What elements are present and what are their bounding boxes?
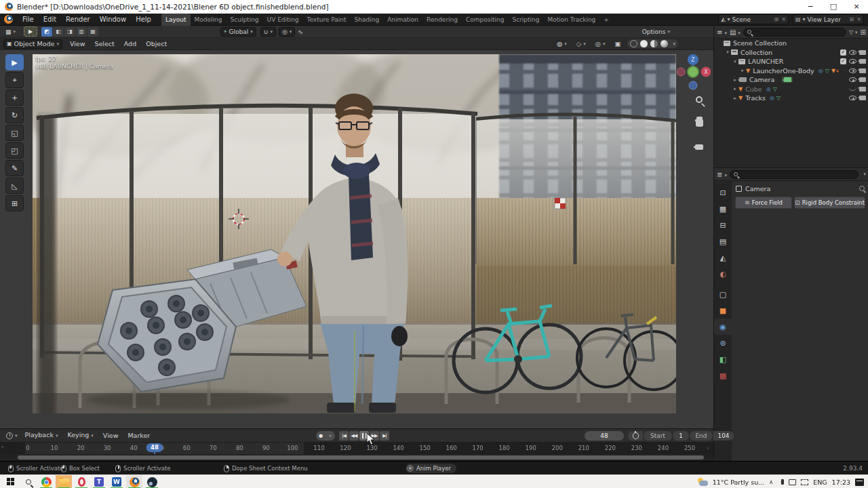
transform-orientation-dropdown[interactable]: ⌖ Global▾ bbox=[220, 27, 256, 37]
timeline-expand-arrow[interactable]: › bbox=[1, 444, 3, 450]
proportional-edit-button[interactable]: ◎▾ bbox=[279, 27, 295, 37]
taskbar-chrome-button[interactable] bbox=[38, 475, 54, 488]
disclosure-icon[interactable]: ▸ bbox=[739, 68, 746, 73]
shading-dropdown-icon[interactable]: ▾ bbox=[673, 41, 675, 47]
minimize-button[interactable]: − bbox=[799, 0, 822, 14]
anim-player-badge[interactable]: × Anim Player bbox=[406, 464, 456, 473]
outliner-row-cube[interactable]: ▸▼Cube◎▽ bbox=[714, 85, 868, 94]
viewport-menu-object[interactable]: Object bbox=[141, 38, 172, 50]
overlays-dropdown[interactable]: ◎▾ bbox=[593, 39, 608, 49]
disable-render-camera-icon[interactable] bbox=[859, 96, 866, 100]
force-field-button[interactable]: ≋ Force Field bbox=[735, 197, 792, 209]
cast-icon[interactable] bbox=[789, 479, 796, 485]
disable-render-camera-icon[interactable] bbox=[859, 87, 866, 92]
workspace-tab-motion-tracking[interactable]: Motion Tracking bbox=[543, 14, 599, 26]
taskbar-steam-button[interactable] bbox=[144, 475, 160, 488]
snap-toggle-button[interactable]: ∪▾ bbox=[260, 27, 276, 37]
blender-menu-icon[interactable] bbox=[4, 15, 13, 24]
outliner-editor-icon[interactable]: ≡▾ bbox=[717, 28, 727, 36]
outliner-item-label[interactable]: LauncherOne-Body bbox=[753, 67, 814, 75]
breadcrumb-object-name[interactable]: Camera bbox=[745, 185, 770, 192]
taskbar-start-button[interactable] bbox=[3, 475, 19, 488]
properties-editor-icon[interactable]: ≣▾ bbox=[717, 171, 727, 178]
move-tool-button[interactable]: + bbox=[5, 89, 24, 106]
view-layer-selector[interactable]: ▤ ▾ View Layer ⊞ × bbox=[793, 14, 864, 24]
add-workspace-button[interactable]: + bbox=[599, 14, 613, 26]
xray-toggle[interactable]: ▣ bbox=[612, 39, 624, 49]
timeline-menu-marker[interactable]: Marker bbox=[123, 430, 155, 442]
disclosure-icon[interactable]: ▾ bbox=[724, 49, 731, 55]
current-frame-indicator[interactable]: 48 bbox=[146, 443, 163, 452]
taskbar-teams-button[interactable]: T bbox=[91, 475, 107, 488]
cursor-tool-button[interactable]: ⌖ bbox=[5, 72, 24, 88]
jump-to-end-button[interactable]: ▶| bbox=[380, 431, 389, 441]
timeline-editor-icon[interactable]: ▾ bbox=[3, 431, 20, 441]
falloff-button[interactable]: ∿ bbox=[295, 27, 306, 37]
pan-hand-icon[interactable] bbox=[692, 115, 707, 130]
shading-wireframe-button[interactable] bbox=[630, 40, 637, 47]
properties-tab-world[interactable]: ◐ bbox=[714, 266, 732, 282]
taskbar-opera-button[interactable] bbox=[73, 475, 90, 488]
properties-tab-tool[interactable]: ⊡ bbox=[714, 184, 732, 201]
outliner-item-label[interactable]: Scene Collection bbox=[733, 39, 787, 47]
workspace-tab-texture-paint[interactable]: Texture Paint bbox=[303, 14, 351, 26]
language-indicator[interactable]: ENG bbox=[813, 479, 827, 486]
timeline-ruler[interactable]: 0102030405060708090100110120130140150160… bbox=[0, 443, 713, 454]
menu-render[interactable]: Render bbox=[61, 14, 95, 26]
properties-tab-texture[interactable]: ▩ bbox=[714, 367, 732, 384]
navigation-gizmo[interactable]: Z X bbox=[675, 52, 711, 92]
rotate-tool-button[interactable]: ↻ bbox=[5, 107, 24, 123]
weather-icon[interactable] bbox=[697, 478, 708, 487]
taskbar-blender-button[interactable] bbox=[126, 475, 142, 488]
workspace-tab-layout[interactable]: Layout bbox=[161, 14, 191, 26]
properties-tab-view-layer[interactable]: ▤ bbox=[714, 233, 732, 249]
properties-search-input[interactable] bbox=[730, 170, 859, 179]
outliner-item-label[interactable]: Cube bbox=[745, 85, 762, 93]
auto-key-dropdown[interactable]: ▾ bbox=[326, 431, 335, 441]
jump-to-start-button[interactable]: |◀ bbox=[339, 431, 349, 441]
properties-options-icon[interactable]: ▾ bbox=[863, 171, 866, 177]
workspace-tab-shading[interactable]: Shading bbox=[351, 14, 384, 26]
menu-edit[interactable]: Edit bbox=[39, 14, 61, 26]
outliner-item-label[interactable]: Tracks bbox=[745, 94, 766, 102]
active-tool-button[interactable]: ▶ bbox=[24, 26, 37, 37]
start-frame-value[interactable]: 1 bbox=[673, 431, 689, 441]
volume-icon[interactable] bbox=[778, 479, 784, 485]
view-layer-name[interactable]: View Layer bbox=[808, 16, 847, 23]
maximize-button[interactable]: □ bbox=[822, 0, 845, 14]
outliner-row-launcherone-body[interactable]: ▸▼LauncherOne-Body◎▽▼4 bbox=[714, 66, 868, 76]
outliner-search-input[interactable] bbox=[743, 28, 846, 37]
select-box-tool-button[interactable]: ▶ bbox=[5, 54, 24, 70]
outliner-row-scene-collection[interactable]: Scene Collection bbox=[714, 39, 868, 48]
action-center-icon[interactable] bbox=[855, 479, 864, 486]
clock[interactable]: 17:23 bbox=[832, 479, 850, 486]
outliner-row-tracks[interactable]: ▸▼Tracks◎▽ bbox=[714, 94, 868, 103]
properties-tab-object-data[interactable]: ◧ bbox=[714, 351, 732, 367]
hide-viewport-eye-icon[interactable] bbox=[849, 50, 856, 55]
properties-tab-physics[interactable]: ◉ bbox=[714, 319, 732, 335]
select-mode-2[interactable]: ◨ bbox=[64, 27, 75, 37]
zoom-tool-icon[interactable] bbox=[692, 92, 707, 107]
outliner-item-label[interactable]: Camera bbox=[749, 76, 774, 83]
transform-tool-button[interactable]: ◰ bbox=[5, 142, 24, 159]
scene-name[interactable]: Scene bbox=[732, 16, 772, 23]
disable-render-camera-icon[interactable] bbox=[859, 68, 866, 73]
hide-viewport-eye-icon[interactable] bbox=[849, 77, 856, 82]
properties-tab-object[interactable]: ■ bbox=[714, 302, 732, 319]
use-preview-range-button[interactable] bbox=[628, 431, 643, 441]
scene-selector[interactable]: ◭ ▾ Scene ⊞ × bbox=[718, 14, 789, 24]
properties-tab-scene[interactable]: ◭ bbox=[714, 249, 732, 266]
properties-tab-constraints[interactable]: ⊛ bbox=[714, 335, 732, 351]
hide-viewport-eye-icon[interactable] bbox=[849, 59, 856, 64]
menu-file[interactable]: File bbox=[18, 14, 39, 26]
viewport-menu-add[interactable]: Add bbox=[119, 38, 141, 50]
new-collection-icon[interactable]: ⊞ bbox=[861, 28, 866, 36]
shading-material-button[interactable] bbox=[650, 40, 658, 47]
outliner-display-mode-icon[interactable]: ▤▾ bbox=[730, 28, 741, 36]
prev-keyframe-button[interactable]: ◀◀ bbox=[349, 431, 359, 441]
select-mode-3[interactable]: ▥ bbox=[76, 27, 87, 37]
properties-tab-collection[interactable]: ▢ bbox=[714, 286, 732, 302]
timeline-menu-keying[interactable]: Keying▾ bbox=[62, 429, 98, 442]
menu-help[interactable]: Help bbox=[131, 14, 156, 26]
annotate-tool-button[interactable]: ✎ bbox=[5, 160, 24, 176]
